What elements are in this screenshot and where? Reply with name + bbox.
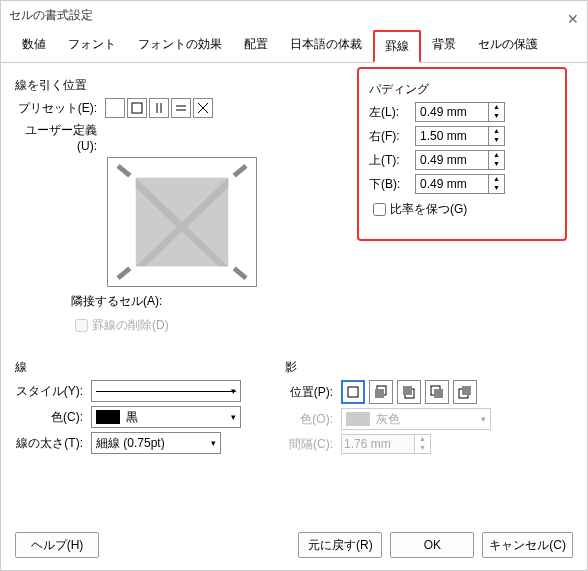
shadow-pos-label: 位置(P): xyxy=(285,384,341,401)
tab-font[interactable]: フォント xyxy=(57,29,127,62)
pad-left-spin[interactable]: ▲▼ xyxy=(489,102,505,122)
tab-jp-typo[interactable]: 日本語の体裁 xyxy=(279,29,373,62)
help-button[interactable]: ヘルプ(H) xyxy=(15,532,99,558)
color-label: 色(C): xyxy=(15,409,91,426)
keep-ratio-checkbox[interactable] xyxy=(373,203,386,216)
pad-bottom-input[interactable] xyxy=(415,174,489,194)
userdef-preview[interactable] xyxy=(107,157,257,287)
svg-rect-22 xyxy=(462,386,471,395)
svg-rect-20 xyxy=(434,389,443,398)
reset-button[interactable]: 元に戻す(R) xyxy=(298,532,382,558)
ok-button[interactable]: OK xyxy=(390,532,474,558)
svg-line-10 xyxy=(118,166,130,176)
cancel-button[interactable]: キャンセル(C) xyxy=(482,532,573,558)
svg-rect-18 xyxy=(403,386,412,395)
shadow-gap-label: 間隔(C): xyxy=(285,436,341,453)
svg-rect-16 xyxy=(375,389,384,398)
preset-vert[interactable] xyxy=(149,98,169,118)
pad-bottom-spin[interactable]: ▲▼ xyxy=(489,174,505,194)
shadow-title: 影 xyxy=(285,359,573,376)
window-title: セルの書式設定 xyxy=(9,8,93,22)
close-icon[interactable]: ✕ xyxy=(567,5,579,33)
titlebar: セルの書式設定 ✕ xyxy=(1,1,587,29)
svg-rect-14 xyxy=(348,387,358,397)
shadow-tl[interactable] xyxy=(397,380,421,404)
footer: ヘルプ(H) 元に戻す(R) OK キャンセル(C) xyxy=(15,532,573,558)
pad-right-input[interactable] xyxy=(415,126,489,146)
dialog-window: セルの書式設定 ✕ 数値 フォント フォントの効果 配置 日本語の体裁 罫線 背… xyxy=(0,0,588,571)
shadow-color-select: 灰色▾ xyxy=(341,408,491,430)
svg-line-12 xyxy=(118,268,130,278)
shadow-color-value: 灰色 xyxy=(376,411,400,428)
pad-right-spin[interactable]: ▲▼ xyxy=(489,126,505,146)
userdef-label: ユーザー定義(U): xyxy=(15,122,105,153)
width-select[interactable]: 細線 (0.75pt)▾ xyxy=(91,432,221,454)
preset-box[interactable] xyxy=(127,98,147,118)
tab-font-effects[interactable]: フォントの効果 xyxy=(127,29,233,62)
style-label: スタイル(Y): xyxy=(15,383,91,400)
pad-left-input[interactable] xyxy=(415,102,489,122)
shadow-pos-row xyxy=(341,380,477,404)
svg-rect-0 xyxy=(132,103,142,113)
width-value: 細線 (0.75pt) xyxy=(96,435,165,452)
remove-border-checkbox xyxy=(75,319,88,332)
remove-border-label: 罫線の削除(D) xyxy=(92,317,169,334)
preset-row xyxy=(105,98,215,118)
tab-bar: 数値 フォント フォントの効果 配置 日本語の体裁 罫線 背景 セルの保護 xyxy=(1,29,587,63)
shadow-color-label: 色(O): xyxy=(285,411,341,428)
preset-label: プリセット(E): xyxy=(15,100,105,117)
shadow-gap-spin: ▲▼ xyxy=(415,434,431,454)
pad-top-label: 上(T): xyxy=(369,152,415,169)
shadow-br[interactable] xyxy=(425,380,449,404)
pad-bottom-label: 下(B): xyxy=(369,176,415,193)
preset-horz[interactable] xyxy=(171,98,191,118)
content-area: 線を引く位置 プリセット(E): ユーザー定義(U): 隣接 xyxy=(1,63,587,458)
tab-borders[interactable]: 罫線 xyxy=(373,30,421,63)
adjacent-label: 隣接するセル(A): xyxy=(71,293,573,310)
keep-ratio-label: 比率を保つ(G) xyxy=(390,201,467,218)
tab-number[interactable]: 数値 xyxy=(11,29,57,62)
line-title: 線 xyxy=(15,359,285,376)
preset-diag[interactable] xyxy=(193,98,213,118)
svg-line-13 xyxy=(234,268,246,278)
pad-right-label: 右(F): xyxy=(369,128,415,145)
tab-align[interactable]: 配置 xyxy=(233,29,279,62)
width-label: 線の太さ(T): xyxy=(15,435,91,452)
tab-background[interactable]: 背景 xyxy=(421,29,467,62)
padding-group: パディング 左(L):▲▼ 右(F):▲▼ 上(T):▲▼ 下(B):▲▼ 比率… xyxy=(357,67,567,241)
color-value: 黒 xyxy=(126,409,138,426)
color-select[interactable]: 黒▾ xyxy=(91,406,241,428)
tab-protection[interactable]: セルの保護 xyxy=(467,29,549,62)
shadow-tr[interactable] xyxy=(453,380,477,404)
preset-none[interactable] xyxy=(105,98,125,118)
pad-top-input[interactable] xyxy=(415,150,489,170)
style-select[interactable]: ▾ xyxy=(91,380,241,402)
pad-top-spin[interactable]: ▲▼ xyxy=(489,150,505,170)
shadow-none[interactable] xyxy=(341,380,365,404)
svg-line-11 xyxy=(234,166,246,176)
pad-left-label: 左(L): xyxy=(369,104,415,121)
shadow-bl[interactable] xyxy=(369,380,393,404)
shadow-gap-input xyxy=(341,434,415,454)
padding-title: パディング xyxy=(369,81,555,98)
